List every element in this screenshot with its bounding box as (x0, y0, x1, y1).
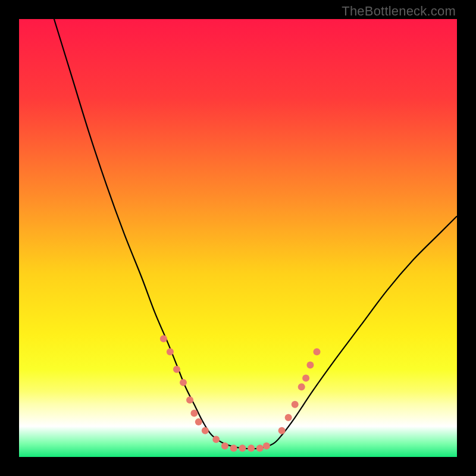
marker-dot (263, 443, 270, 450)
marker-dot (190, 409, 198, 416)
marker-dot (285, 414, 292, 421)
marker-dot (202, 427, 209, 434)
marker-dot (298, 383, 305, 390)
plot-area (19, 19, 457, 457)
marker-dot (167, 348, 174, 355)
marker-dot (160, 335, 167, 342)
marker-dot (313, 348, 320, 355)
marker-dot (278, 427, 286, 434)
gradient-background (19, 19, 457, 457)
marker-dot (195, 418, 202, 425)
chart-frame (19, 19, 457, 457)
marker-dot (212, 436, 220, 443)
marker-dot (186, 396, 193, 403)
marker-dot (180, 379, 187, 386)
marker-dot (306, 361, 314, 368)
marker-dot (248, 444, 255, 452)
watermark-text: TheBottleneck.com (342, 4, 456, 19)
marker-dot (292, 401, 299, 408)
marker-dot (230, 444, 237, 452)
marker-dot (221, 443, 228, 450)
marker-dot (173, 366, 180, 373)
marker-dot (302, 375, 309, 382)
marker-dot (239, 444, 246, 452)
chart-svg (19, 19, 457, 457)
marker-dot (256, 444, 264, 452)
